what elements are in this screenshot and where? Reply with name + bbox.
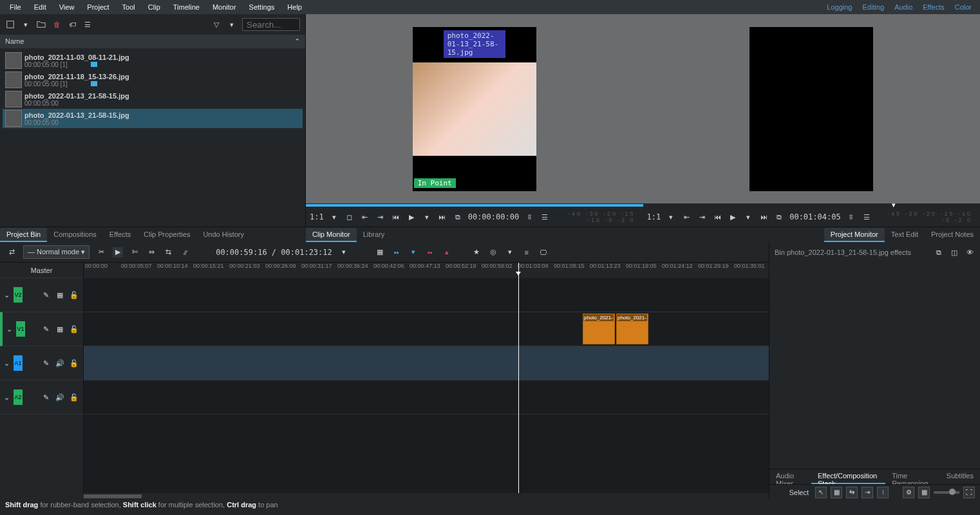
tab-project-monitor[interactable]: Project Monitor: [824, 228, 885, 242]
gear-icon[interactable]: ⚙: [903, 487, 914, 498]
play-icon[interactable]: ▶: [406, 212, 417, 222]
lock-icon[interactable]: 🔓: [69, 290, 79, 300]
visibility-icon[interactable]: 👁: [965, 247, 975, 258]
layout-audio[interactable]: Audio: [889, 1, 918, 13]
timeline-clip[interactable]: photo_2021-: [616, 314, 648, 344]
fit-zoom-icon[interactable]: ⛶: [963, 487, 975, 498]
display-icon[interactable]: 🖵: [538, 247, 549, 258]
tab-clip-monitor[interactable]: Clip Monitor: [306, 228, 357, 242]
tab-text-edit[interactable]: Text Edit: [885, 228, 925, 242]
track-lane-v1[interactable]: photo_2021- photo_2021-: [84, 312, 769, 346]
tab-undo-history[interactable]: Undo History: [196, 228, 250, 242]
track-lane-a1[interactable]: [84, 346, 769, 380]
timeline-scrollbar[interactable]: [0, 493, 769, 500]
track-lane-a2[interactable]: [84, 380, 769, 415]
mix-icon[interactable]: ▦: [375, 247, 385, 258]
roll-tool-icon[interactable]: ⇥: [862, 487, 873, 498]
chevron-down-icon[interactable]: ▾: [743, 212, 753, 222]
menu-help[interactable]: Help: [281, 1, 308, 13]
preview-icon[interactable]: ◎: [488, 247, 498, 258]
playhead[interactable]: [518, 263, 519, 493]
slip-icon[interactable]: ⇆: [163, 247, 173, 258]
tab-project-bin[interactable]: Project Bin: [0, 228, 47, 242]
track-badge[interactable]: A1: [14, 355, 23, 371]
ripple-icon[interactable]: ⫽: [180, 247, 190, 258]
clip-monitor-view[interactable]: photo_2022-01-13_21-58-15.jpg In Point: [306, 14, 643, 203]
range-tool-icon[interactable]: ▦: [831, 487, 842, 498]
select-tool-icon[interactable]: ▶: [113, 247, 123, 258]
tab-clip-properties[interactable]: Clip Properties: [137, 228, 196, 242]
track-header-v2[interactable]: ⌄ V2 ✎▦🔓: [0, 278, 83, 312]
tool-icon[interactable]: ✂: [96, 247, 106, 258]
track-badge[interactable]: V1: [16, 321, 25, 337]
mute-icon[interactable]: ▦: [55, 290, 65, 300]
favorite-icon[interactable]: ★: [471, 247, 482, 258]
track-header-v1[interactable]: ⌄ V1 ✎▦🔓: [0, 312, 83, 346]
folder-icon[interactable]: [36, 19, 46, 30]
effects-track-icon[interactable]: ✎: [41, 358, 51, 368]
filter-icon[interactable]: ▽: [211, 19, 221, 30]
effects-track-icon[interactable]: ✎: [41, 290, 51, 300]
menu-file[interactable]: File: [3, 1, 28, 13]
insert-icon[interactable]: ▪▪: [425, 247, 435, 258]
menu-icon[interactable]: ☰: [540, 212, 550, 222]
layout-editing[interactable]: Editing: [857, 1, 889, 13]
effects-track-icon[interactable]: ✎: [41, 324, 51, 334]
layout-effects[interactable]: Effects: [918, 1, 949, 13]
overwrite-icon[interactable]: ▾: [408, 247, 419, 258]
ratio-selector[interactable]: 1:1: [310, 212, 324, 221]
bin-item[interactable]: photo_2022-01-13_21-58-15.jpg 00:00:05:0…: [3, 89, 303, 109]
menu-timeline[interactable]: Timeline: [167, 1, 206, 13]
expand-icon[interactable]: ⌄: [4, 359, 10, 368]
timeline-timecode[interactable]: 00:00:59:16 / 00:01:23:12: [216, 248, 332, 257]
timeline-ruler[interactable]: 00:00:0000:00:05:0700:00:10:1400:00:15:2…: [84, 263, 769, 278]
grid-icon[interactable]: ▦: [918, 487, 930, 498]
zone-icon[interactable]: ▪▪: [391, 247, 402, 258]
menu-monitor[interactable]: Monitor: [206, 1, 243, 13]
bin-item[interactable]: photo_2021-11-03_08-11-21.jpg 00:00:05:0…: [3, 51, 303, 70]
menu-settings[interactable]: Settings: [243, 1, 281, 13]
lock-icon[interactable]: 🔓: [69, 392, 79, 402]
forward-icon[interactable]: ⏭: [437, 212, 448, 222]
edit-mode-dropdown[interactable]: — Normal mode ▾: [23, 245, 90, 259]
chevron-down-icon[interactable]: ▾: [666, 212, 676, 222]
ratio-selector[interactable]: 1:1: [647, 212, 661, 221]
set-zone-icon[interactable]: ◻: [344, 212, 355, 222]
menu-project[interactable]: Project: [80, 1, 115, 13]
chevron-down-icon[interactable]: ▾: [505, 247, 515, 258]
tab-effect-stack[interactable]: Effect/Composition Stack: [811, 469, 885, 484]
tc-stepper-icon[interactable]: ⇳: [846, 212, 856, 222]
tab-project-notes[interactable]: Project Notes: [925, 228, 980, 242]
list-icon[interactable]: ☰: [82, 19, 93, 30]
out-icon[interactable]: ⇥: [697, 212, 707, 222]
tc-stepper-icon[interactable]: ⇳: [524, 212, 534, 222]
tab-effects[interactable]: Effects: [103, 228, 137, 242]
forward-icon[interactable]: ⏭: [759, 212, 769, 222]
menu-icon[interactable]: ☰: [862, 212, 872, 222]
add-clip-icon[interactable]: [5, 19, 15, 30]
ripple-tool-icon[interactable]: ⇆: [846, 487, 858, 498]
in-icon[interactable]: ⇤: [360, 212, 370, 222]
menu-clip[interactable]: Clip: [142, 1, 167, 13]
clip-scrubber[interactable]: [306, 203, 643, 207]
play-icon[interactable]: ▶: [728, 212, 738, 222]
expand-icon[interactable]: ⌄: [4, 393, 10, 402]
effects-track-icon[interactable]: ✎: [41, 392, 51, 402]
rewind-icon[interactable]: ⏮: [391, 212, 401, 222]
dropdown-icon[interactable]: ▾: [21, 19, 31, 30]
mute-icon[interactable]: ▦: [55, 324, 65, 334]
sort-icon[interactable]: ⌃: [294, 37, 300, 46]
track-comp-icon[interactable]: ⇄: [6, 247, 17, 258]
extract-icon[interactable]: ⧉: [453, 212, 463, 222]
layout-color[interactable]: Color: [950, 1, 977, 13]
expand-icon[interactable]: ⌄: [6, 325, 12, 333]
bin-name-header[interactable]: Name ⌃: [0, 35, 305, 48]
tab-time-remapping[interactable]: Time Remapping: [885, 469, 940, 484]
tab-subtitles[interactable]: Subtitles: [940, 469, 980, 484]
filter-dropdown-icon[interactable]: ▾: [227, 19, 237, 30]
master-track-header[interactable]: Master: [0, 263, 83, 278]
lock-icon[interactable]: 🔓: [69, 324, 79, 334]
menu-view[interactable]: View: [53, 1, 81, 13]
track-badge[interactable]: A2: [14, 389, 23, 405]
razor-icon[interactable]: ✄: [129, 247, 140, 258]
